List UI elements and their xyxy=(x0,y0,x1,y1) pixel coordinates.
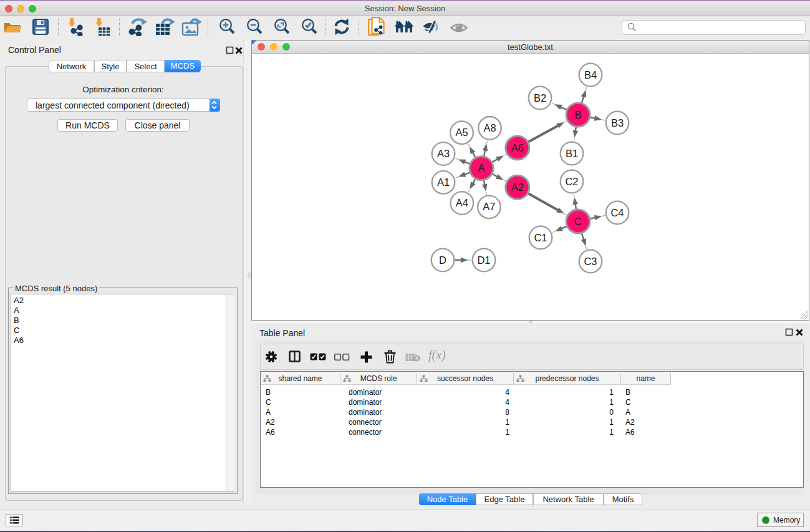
svg-text:C3: C3 xyxy=(584,256,597,267)
svg-text:A: A xyxy=(478,162,485,173)
svg-text:A1: A1 xyxy=(437,177,450,188)
svg-text:A8: A8 xyxy=(483,122,496,133)
svg-text:B1: B1 xyxy=(566,148,578,159)
svg-text:A2: A2 xyxy=(511,181,524,193)
svg-text:A7: A7 xyxy=(483,201,495,212)
svg-text:C1: C1 xyxy=(534,232,547,243)
svg-text:D1: D1 xyxy=(477,254,490,266)
svg-text:A3: A3 xyxy=(437,148,450,159)
svg-text:C: C xyxy=(574,216,582,227)
svg-text:C4: C4 xyxy=(610,207,624,218)
svg-text:B3: B3 xyxy=(611,117,624,128)
svg-text:C2: C2 xyxy=(565,176,578,187)
svg-text:B: B xyxy=(574,109,581,120)
svg-text:A4: A4 xyxy=(456,197,468,208)
svg-text:B4: B4 xyxy=(584,69,597,80)
svg-text:A5: A5 xyxy=(455,127,468,138)
svg-text:A6: A6 xyxy=(511,142,524,153)
svg-text:B2: B2 xyxy=(534,92,546,104)
svg-text:D: D xyxy=(439,254,446,266)
